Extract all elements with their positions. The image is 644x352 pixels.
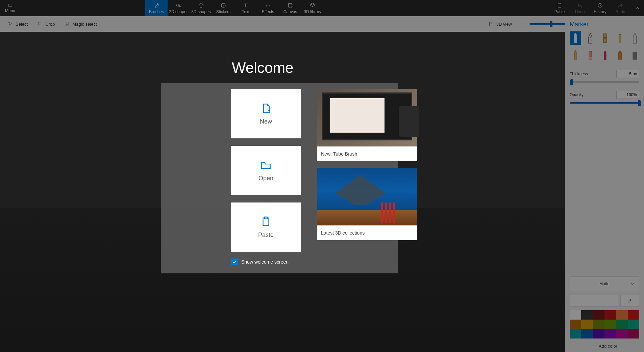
collections-card[interactable]: Latest 3D collections <box>317 168 417 240</box>
tube-brush-card[interactable]: New: Tube Brush <box>317 89 417 161</box>
new-file-icon <box>260 103 272 114</box>
stingray-shape <box>335 175 386 205</box>
folder-icon <box>260 159 272 171</box>
welcome-title: Welcome <box>232 59 398 76</box>
show-welcome-checkbox[interactable] <box>231 259 238 265</box>
video-thumbnail <box>317 89 417 146</box>
modal-overlay[interactable]: Welcome New Open Paste <box>0 0 644 352</box>
coral-shape <box>317 210 417 225</box>
welcome-action-tiles: New Open Paste <box>231 89 301 252</box>
card-caption: Latest 3D collections <box>317 225 417 240</box>
new-tile[interactable]: New <box>231 89 301 138</box>
scene-hand <box>399 106 419 137</box>
card-caption: New: Tube Brush <box>317 146 417 161</box>
show-welcome-label: Show welcome screen <box>241 259 289 265</box>
open-tile[interactable]: Open <box>231 146 301 195</box>
paste-label: Paste <box>258 232 274 239</box>
paste-tile[interactable]: Paste <box>231 202 301 252</box>
welcome-body: New Open Paste <box>161 83 398 273</box>
open-label: Open <box>258 175 273 182</box>
check-icon <box>232 260 237 264</box>
welcome-dialog: Welcome New Open Paste <box>161 59 398 273</box>
welcome-columns: New Open Paste <box>231 89 389 252</box>
show-welcome-row[interactable]: Show welcome screen <box>231 259 389 265</box>
clipboard-icon <box>260 216 272 227</box>
sea-thumbnail <box>317 168 417 225</box>
welcome-cards: New: Tube Brush Latest 3D collections <box>317 89 417 252</box>
new-label: New <box>260 118 272 125</box>
